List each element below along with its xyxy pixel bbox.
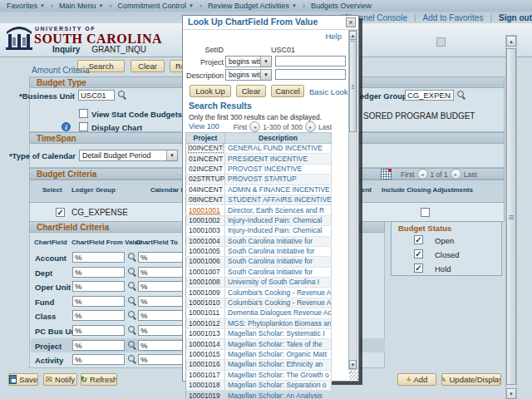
result-description-link[interactable]: Magellan Scholar: An Analysis (228, 392, 323, 399)
result-project-link[interactable]: 10001019 (189, 392, 220, 399)
chartfield-from-input[interactable] (72, 340, 125, 351)
add-button[interactable]: +Add (397, 373, 436, 386)
result-project-link[interactable]: 10001012 (189, 319, 220, 328)
chartfield-lookup-icon[interactable] (128, 341, 137, 350)
status-checkbox[interactable]: ✓ (414, 235, 423, 244)
chevron-down-icon[interactable]: ▼ (260, 70, 271, 80)
result-project-link[interactable]: 08INCENT (189, 195, 223, 204)
result-project-link[interactable]: 04INCENT (189, 185, 223, 194)
result-project-link[interactable]: 10001007 (189, 268, 220, 276)
result-project-link[interactable]: 10001004 (189, 237, 220, 245)
notify-button[interactable]: ✉Notify (43, 373, 77, 386)
chartfield-from-input[interactable] (72, 267, 125, 278)
first-link[interactable]: First (401, 170, 415, 179)
next-page-icon[interactable]: ► (451, 169, 461, 180)
result-description-link[interactable]: Columbia's Cooking - Revenue A (228, 298, 331, 307)
first-link[interactable]: First (234, 123, 248, 131)
chartfield-from-input[interactable] (72, 296, 125, 307)
result-description-link[interactable]: Injury-Induced Pain: Chemical (228, 226, 322, 234)
chartfield-from-input[interactable] (72, 252, 125, 263)
result-description-link[interactable]: South Carolina Initiative for (228, 257, 313, 265)
chartfield-to-input[interactable] (138, 296, 186, 307)
breadcrumb-item[interactable]: Budgets Overview (311, 2, 372, 10)
result-description-link[interactable]: South Carolina Initiative for (228, 237, 313, 245)
prev-page-icon[interactable]: ◄ (417, 169, 428, 180)
next-page-icon[interactable]: ► (305, 121, 316, 132)
chevron-down-icon[interactable]: ▼ (260, 57, 271, 66)
result-description-link[interactable]: Magellan Scholar: Tales of the (228, 340, 323, 348)
breadcrumb-item[interactable]: Review Budget Activities▼ (208, 2, 297, 10)
result-description-link[interactable]: MGS: Phytoplankton Biomass and (228, 319, 332, 328)
project-search-input[interactable] (275, 56, 346, 66)
result-description-link[interactable]: Magellan Scholar: Separation o (228, 381, 327, 389)
chartfield-to-input[interactable] (138, 252, 186, 263)
result-description-link[interactable]: Director, Earth Sciences and R (228, 206, 324, 214)
last-link[interactable]: Last (318, 123, 332, 131)
result-project-link[interactable]: 02STRTUP (189, 175, 224, 183)
chartfield-lookup-icon[interactable] (128, 355, 137, 364)
type-of-calendar-dropdown[interactable]: Detail Budget Period ▼ (79, 150, 178, 161)
result-project-link[interactable]: 10001010 (189, 298, 220, 307)
scroll-down-icon[interactable]: ▼ (349, 360, 357, 369)
sign-out-link[interactable]: Sign out (499, 13, 532, 22)
breadcrumb-item[interactable]: Main Menu▼ (59, 2, 103, 10)
chartfield-lookup-icon[interactable] (128, 311, 137, 320)
business-unit-input[interactable] (78, 90, 115, 101)
page-scrollbar-thumb[interactable] (506, 48, 516, 385)
result-project-link[interactable]: 10001014 (189, 340, 220, 348)
update-display-button[interactable]: ✎Update/Display (441, 373, 501, 386)
chartfield-to-input[interactable] (138, 310, 186, 321)
result-description-link[interactable]: Magellan Scholar: The Growth o (228, 371, 329, 379)
add-to-favorites-link[interactable]: Add to Favorites (423, 13, 484, 22)
help-link[interactable]: Help (325, 32, 342, 41)
chartfield-lookup-icon[interactable] (128, 268, 137, 277)
chartfield-lookup-icon[interactable] (128, 253, 137, 262)
result-project-link[interactable]: 10001008 (189, 278, 220, 286)
chartfield-from-input[interactable] (72, 310, 125, 321)
ledger-group-input[interactable] (405, 90, 454, 101)
result-project-link[interactable]: 10001003 (189, 226, 220, 234)
look-up-button[interactable]: Look Up (190, 85, 231, 97)
description-operator-dropdown[interactable]: begins with ▼ (225, 69, 272, 81)
result-project-link[interactable]: 10001001 (189, 206, 220, 214)
result-project-link[interactable]: 10001009 (189, 288, 220, 297)
chartfield-to-input[interactable] (138, 354, 186, 365)
modal-scrollbar-thumb[interactable] (349, 41, 357, 132)
breadcrumb-item[interactable]: Favorites▼ (7, 2, 45, 10)
result-project-link[interactable]: 10001017 (189, 371, 220, 379)
result-project-link[interactable]: 02INCENT (189, 165, 223, 173)
resize-grip-icon[interactable] (349, 371, 358, 380)
result-project-link[interactable]: 10001011 (189, 308, 219, 317)
result-description-link[interactable]: South Carolina Inititative for (228, 247, 314, 255)
modal-clear-button[interactable]: Clear (236, 85, 266, 97)
result-project-link[interactable]: 10001013 (189, 329, 220, 337)
result-project-link[interactable]: 10001005 (189, 247, 220, 255)
result-project-link[interactable]: 10001016 (189, 360, 220, 368)
customize-grid-icon[interactable] (381, 169, 392, 180)
modal-scrollbar[interactable]: ▲ ▼ (348, 30, 357, 370)
clear-button[interactable]: Clear (131, 60, 165, 72)
result-project-link[interactable]: 10001015 (189, 350, 220, 358)
result-description-link[interactable]: Injury-Induced Pain: Chemical (228, 216, 322, 224)
description-search-input[interactable] (275, 69, 346, 80)
status-checkbox[interactable]: ✓ (414, 264, 423, 273)
status-checkbox[interactable]: ✓ (414, 249, 423, 259)
close-icon[interactable]: × (346, 17, 356, 27)
amount-criteria-link[interactable]: Amount Criteria (32, 66, 89, 75)
result-description-link[interactable]: University of South Carolina I (228, 278, 319, 286)
result-description-link[interactable]: South Carolina Initiative for (228, 268, 313, 276)
chartfield-to-input[interactable] (138, 281, 186, 292)
result-description-link[interactable]: Magellan Scholar: Organic Matt (228, 350, 327, 358)
result-description-link[interactable]: ADMIN & FINANCE INCENTIVE (228, 185, 330, 194)
scroll-up-icon[interactable]: ▲ (349, 31, 357, 40)
ledger-group-lookup-icon[interactable] (457, 91, 466, 100)
result-description-link[interactable]: PROVOST STARTUP (228, 175, 297, 183)
chartfield-to-input[interactable] (138, 340, 186, 351)
scroll-up-icon[interactable]: ▲ (506, 36, 516, 47)
result-description-link[interactable]: Magellan Scholar: Systematic I (228, 329, 325, 337)
chartfield-lookup-icon[interactable] (128, 282, 137, 291)
select-row-checkbox[interactable]: ✓ (56, 208, 65, 217)
page-scrollbar[interactable]: ▲ ▼ (505, 35, 517, 399)
result-description-link[interactable]: GENERAL FUND INCENTIVE (228, 144, 323, 152)
scroll-down-icon[interactable]: ▼ (506, 388, 516, 399)
